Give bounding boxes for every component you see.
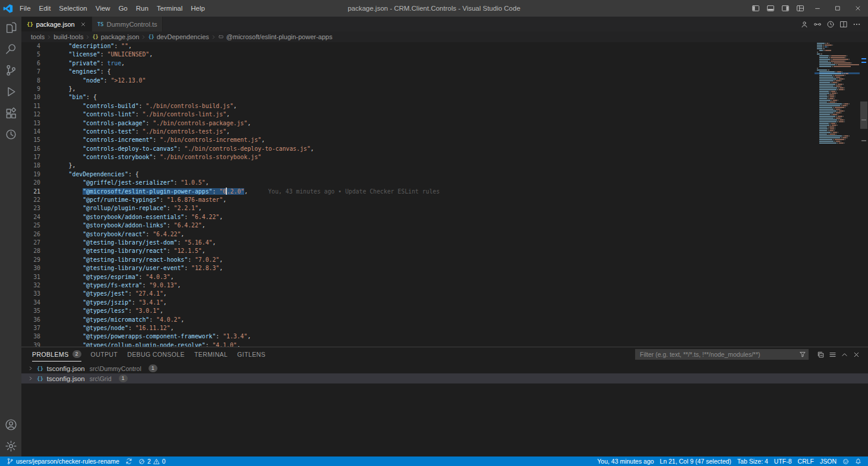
- notifications-status[interactable]: [852, 458, 864, 465]
- code-line[interactable]: 37 "@types/node": "16.11.12",: [21, 324, 815, 332]
- close-tab-icon[interactable]: [80, 21, 86, 27]
- activitybar-extensions[interactable]: [0, 102, 21, 123]
- activitybar-search[interactable]: [0, 38, 21, 59]
- chevron-up-panel-icon[interactable]: [838, 347, 850, 362]
- breadcrumb-item[interactable]: build-tools: [53, 33, 83, 40]
- maximize-button[interactable]: [828, 0, 848, 17]
- menu-item-edit[interactable]: Edit: [35, 0, 55, 17]
- code-line[interactable]: 23 "@rollup/plugin-replace": "2.2.1",: [21, 204, 815, 213]
- collapse-all-panel-icon[interactable]: [815, 347, 826, 362]
- code-line[interactable]: 9 },: [21, 85, 815, 93]
- code-line[interactable]: 36 "@types/micromatch": "4.0.2",: [21, 316, 815, 324]
- toggle-blame-icon[interactable]: [798, 17, 811, 31]
- toggle-panel-icon[interactable]: [763, 0, 778, 17]
- menu-item-help[interactable]: Help: [187, 0, 209, 17]
- code-line[interactable]: 30 "@testing-library/user-event": "12.8.…: [21, 264, 815, 272]
- code-line[interactable]: 6 "private": true,: [21, 59, 815, 68]
- code-line[interactable]: 8 "node": ">12.13.0": [21, 77, 815, 85]
- code-line[interactable]: 34 "@types/jszip": "3.4.1",: [21, 299, 815, 307]
- cursor-position-status[interactable]: Ln 21, Col 9 (47 selected): [657, 458, 734, 465]
- menu-item-view[interactable]: View: [91, 0, 115, 17]
- view-table-panel-icon[interactable]: [826, 347, 838, 362]
- scrollbar-slider[interactable]: [860, 102, 867, 129]
- code-line[interactable]: 16 "controls-deploy-to-canvas": "./bin/c…: [21, 145, 815, 153]
- file-history-icon[interactable]: [824, 17, 837, 31]
- panel-tab-terminal[interactable]: TERMINAL: [194, 347, 228, 362]
- code-line[interactable]: 21 "@microsoft/eslint-plugin-power-apps"…: [21, 188, 815, 196]
- problem-row[interactable]: {}tsconfig.jsonsrc\Grid1: [21, 373, 868, 383]
- activitybar-accounts[interactable]: [0, 414, 21, 435]
- code-line[interactable]: 4 "description": "",: [21, 42, 815, 50]
- panel-tab-output[interactable]: OUTPUT: [91, 347, 118, 362]
- code-line[interactable]: 18 },: [21, 161, 815, 170]
- split-editor-icon[interactable]: [837, 17, 850, 31]
- code-token: "2.2.1": [174, 205, 198, 211]
- code-line[interactable]: 19 "devDependencies": {: [21, 170, 815, 179]
- editor-scrollbar[interactable]: [860, 42, 868, 347]
- code-line[interactable]: 10 "bin": {: [21, 93, 815, 102]
- menu-item-go[interactable]: Go: [114, 0, 131, 17]
- editor[interactable]: 4 "description": "",5 "license": "UNLICE…: [21, 42, 868, 347]
- activitybar-gitlens[interactable]: [0, 123, 21, 145]
- code-line[interactable]: 24 "@storybook/addon-essentials": "6.4.2…: [21, 213, 815, 221]
- language-mode-status[interactable]: JSON: [817, 458, 839, 465]
- open-changes-icon[interactable]: [811, 17, 824, 31]
- tab-size-status[interactable]: Tab Size: 4: [734, 458, 771, 465]
- code-line[interactable]: 14 "controls-test": "./bin/controls-test…: [21, 128, 815, 136]
- tab-package.json[interactable]: {}package.json: [21, 17, 92, 31]
- code-line[interactable]: 39 "@types/rollup-plugin-node-resolve": …: [21, 341, 815, 347]
- code-line[interactable]: 22 "@pcf/runtime-typings": "1.6.876-mast…: [21, 196, 815, 204]
- code-line[interactable]: 28 "@testing-library/react": "12.1.5",: [21, 247, 815, 255]
- code-line[interactable]: 13 "controls-package": "./bin/controls-p…: [21, 119, 815, 128]
- blame-status[interactable]: You, 43 minutes ago: [594, 458, 656, 465]
- code-line[interactable]: 29 "@testing-library/react-hooks": "7.0.…: [21, 256, 815, 264]
- tab-DummyControl.ts[interactable]: TSDummyControl.ts: [92, 17, 163, 31]
- code-line[interactable]: 25 "@storybook/addon-links": "6.4.22",: [21, 221, 815, 230]
- code-line[interactable]: 26 "@storybook/react": "6.4.22",: [21, 230, 815, 239]
- toggle-sidebar-icon[interactable]: [748, 0, 763, 17]
- more-actions-icon[interactable]: [850, 17, 863, 31]
- menu-item-terminal[interactable]: Terminal: [153, 0, 187, 17]
- breadcrumb-item[interactable]: {}package.json: [92, 33, 139, 40]
- code-line[interactable]: 38 "@types/powerapps-component-framework…: [21, 332, 815, 341]
- code-line[interactable]: 31 "@types/esprima": "4.0.3",: [21, 273, 815, 281]
- code-line[interactable]: 15 "controls-increment": "./bin/controls…: [21, 136, 815, 144]
- problem-row[interactable]: {}tsconfig.jsonsrc\DummyControl1: [21, 363, 868, 373]
- code-line[interactable]: 7 "engines": {: [21, 68, 815, 76]
- code-line[interactable]: 5 "license": "UNLICENSED",: [21, 50, 815, 59]
- panel-tab-gitlens[interactable]: GITLENS: [237, 347, 266, 362]
- breadcrumb-item[interactable]: {}devDependencies: [148, 33, 209, 40]
- close-panel-icon[interactable]: [850, 347, 862, 362]
- customize-layout-icon[interactable]: [793, 0, 807, 17]
- panel-tab-debug-console[interactable]: DEBUG CONSOLE: [127, 347, 185, 362]
- encoding-status[interactable]: UTF-8: [771, 458, 795, 465]
- code-line[interactable]: 12 "controls-lint": "./bin/controls-lint…: [21, 110, 815, 119]
- breadcrumb-item[interactable]: @microsoft/eslint-plugin-power-apps: [218, 33, 333, 40]
- minimize-button[interactable]: [807, 0, 828, 17]
- feedback-status[interactable]: [839, 458, 852, 465]
- code-line[interactable]: 33 "@types/jest": "27.4.1",: [21, 290, 815, 298]
- menu-item-selection[interactable]: Selection: [55, 0, 91, 17]
- sync-status[interactable]: [122, 458, 135, 465]
- activitybar-explorer[interactable]: [0, 17, 21, 38]
- code-line[interactable]: 11 "controls-build": "./bin/controls-bui…: [21, 102, 815, 110]
- close-button[interactable]: [848, 0, 868, 17]
- code-line[interactable]: 17 "controls-storybook": "./bin/controls…: [21, 153, 815, 161]
- problems-filter-input[interactable]: [639, 350, 799, 359]
- code-line[interactable]: 20 "@griffel/jest-serializer": "1.0.5",: [21, 179, 815, 187]
- branch-status[interactable]: users/jeparson/checker-rules-rename: [4, 458, 122, 465]
- activitybar-run-debug[interactable]: [0, 81, 21, 102]
- code-line[interactable]: 35 "@types/less": "3.0.1",: [21, 307, 815, 315]
- minimap[interactable]: [815, 42, 860, 347]
- eol-status[interactable]: CRLF: [795, 458, 817, 465]
- menu-item-run[interactable]: Run: [132, 0, 153, 17]
- menu-item-file[interactable]: File: [15, 0, 35, 17]
- panel-tab-problems[interactable]: PROBLEMS2: [32, 347, 81, 362]
- activitybar-settings[interactable]: [0, 435, 21, 457]
- activitybar-source-control[interactable]: [0, 59, 21, 81]
- problems-status[interactable]: 2 0: [135, 458, 169, 465]
- code-line[interactable]: 32 "@types/fs-extra": "9.0.13",: [21, 281, 815, 290]
- code-line[interactable]: 27 "@testing-library/jest-dom": "5.16.4"…: [21, 239, 815, 247]
- breadcrumb-item[interactable]: tools: [31, 33, 45, 40]
- toggle-secondary-sidebar-icon[interactable]: [778, 0, 793, 17]
